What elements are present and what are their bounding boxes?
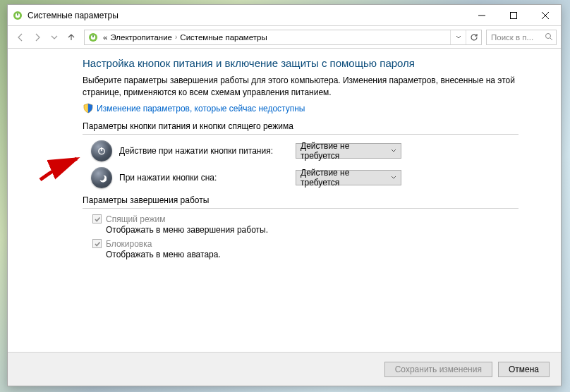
dropdown-value: Действие не требуется bbox=[301, 168, 391, 188]
section-shutdown-title: Параметры завершения работы bbox=[83, 195, 519, 205]
page-description: Выберите параметры завершения работы для… bbox=[83, 75, 519, 99]
back-button[interactable] bbox=[12, 29, 29, 46]
svg-point-5 bbox=[546, 33, 551, 38]
cancel-button[interactable]: Отмена bbox=[498, 362, 550, 377]
page-title: Настройка кнопок питания и включение защ… bbox=[83, 57, 519, 69]
titlebar: Системные параметры bbox=[8, 5, 561, 26]
close-button[interactable] bbox=[529, 5, 561, 25]
power-button-action-select[interactable]: Действие не требуется bbox=[296, 143, 401, 159]
minimize-button[interactable] bbox=[466, 5, 497, 25]
breadcrumb-prefix: « bbox=[103, 33, 107, 42]
sleep-checkbox bbox=[92, 214, 102, 223]
sleep-checkbox-sub: Отображать в меню завершения работы. bbox=[106, 225, 519, 235]
control-panel-window: Системные параметры « Электропитание › С… bbox=[7, 4, 562, 386]
lock-checkbox-label: Блокировка bbox=[106, 239, 152, 249]
address-bar[interactable]: « Электропитание › Системные параметры bbox=[84, 30, 482, 45]
power-icon bbox=[91, 140, 112, 161]
power-options-icon bbox=[87, 32, 99, 43]
shield-icon bbox=[83, 103, 94, 114]
sleep-button-action-select[interactable]: Действие не требуется bbox=[296, 170, 401, 185]
section-divider bbox=[83, 134, 519, 135]
breadcrumb-item[interactable]: Системные параметры bbox=[180, 33, 267, 42]
lock-checkbox-row: Блокировка Отображать в меню аватара. bbox=[92, 239, 519, 259]
address-dropdown[interactable] bbox=[450, 30, 466, 44]
change-unavailable-settings-link[interactable]: Изменение параметров, которые сейчас нед… bbox=[97, 104, 305, 114]
svg-rect-2 bbox=[510, 12, 516, 18]
window-controls bbox=[466, 5, 561, 25]
up-button[interactable] bbox=[63, 29, 80, 46]
sleep-checkbox-row: Спящий режим Отображать в меню завершени… bbox=[92, 214, 519, 235]
chevron-down-icon bbox=[391, 146, 396, 156]
search-input[interactable]: Поиск в п... bbox=[486, 30, 557, 45]
sleep-checkbox-label: Спящий режим bbox=[106, 214, 165, 224]
lock-checkbox-sub: Отображать в меню аватара. bbox=[106, 250, 519, 259]
breadcrumb-separator: › bbox=[175, 33, 177, 41]
power-button-label: Действие при нажатии кнопки питания: bbox=[119, 146, 296, 156]
chevron-down-icon bbox=[391, 173, 396, 183]
section-divider bbox=[83, 208, 519, 209]
sleep-icon bbox=[91, 167, 112, 188]
sleep-button-label: При нажатии кнопки сна: bbox=[119, 173, 296, 183]
sleep-button-row: При нажатии кнопки сна: Действие не треб… bbox=[83, 167, 519, 188]
content-area: Настройка кнопок питания и включение защ… bbox=[8, 49, 561, 352]
section-power-buttons-title: Параметры кнопки питания и кнопки спящег… bbox=[83, 121, 519, 131]
power-options-icon bbox=[12, 10, 23, 21]
recent-dropdown[interactable] bbox=[46, 29, 63, 46]
search-icon bbox=[545, 32, 553, 42]
uac-link-row: Изменение параметров, которые сейчас нед… bbox=[83, 103, 519, 114]
dropdown-value: Действие не требуется bbox=[301, 141, 391, 161]
refresh-button[interactable] bbox=[466, 30, 481, 44]
save-button[interactable]: Сохранить изменения bbox=[384, 362, 492, 377]
maximize-button[interactable] bbox=[497, 5, 529, 25]
search-placeholder: Поиск в п... bbox=[491, 33, 533, 42]
navigation-bar: « Электропитание › Системные параметры П… bbox=[8, 26, 561, 49]
lock-checkbox bbox=[92, 239, 102, 248]
forward-button[interactable] bbox=[29, 29, 46, 46]
annotation-arrow bbox=[37, 154, 87, 183]
power-button-row: Действие при нажатии кнопки питания: Дей… bbox=[83, 140, 519, 161]
breadcrumb-item[interactable]: Электропитание bbox=[110, 33, 172, 42]
window-title: Системные параметры bbox=[28, 11, 466, 20]
footer: Сохранить изменения Отмена bbox=[8, 352, 561, 386]
